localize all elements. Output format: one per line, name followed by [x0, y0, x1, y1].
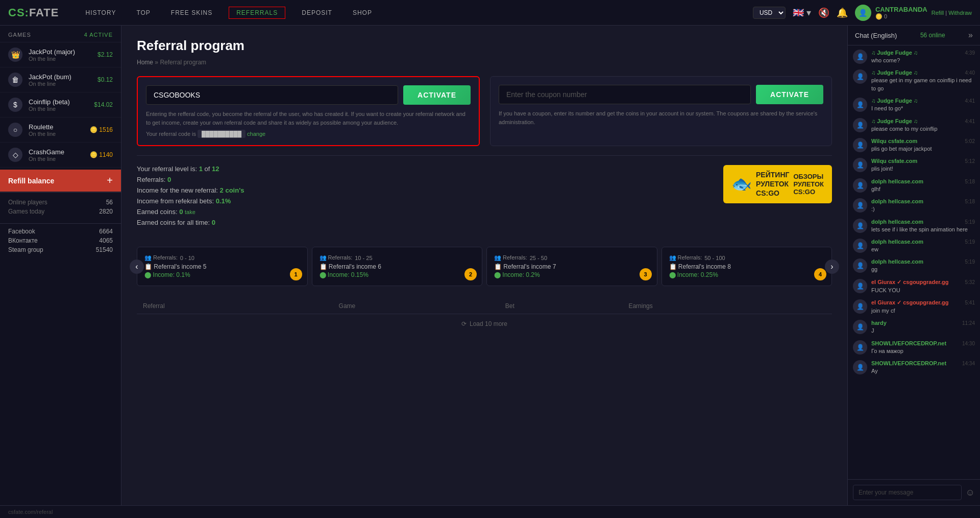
chat-username[interactable]: el Giurax ✓ csgoupgrader.gg	[871, 299, 948, 306]
chat-username[interactable]: ♫ Judge Fudge ♫	[871, 98, 918, 104]
chat-message-text: Го на мажор	[871, 347, 975, 355]
username: CANTRABANDA	[875, 6, 927, 13]
activate-coupon-button[interactable]: ACTIVATE	[756, 85, 823, 104]
sidebar-item-coinflip[interactable]: $ Coinflip (beta) On the line $14.02	[0, 92, 121, 117]
nav-history[interactable]: HISTORY	[81, 7, 120, 18]
sidebar-item-roulette[interactable]: ○ Roulette On the line 🪙 1516	[0, 117, 121, 143]
ref-earned-all-line: Earned coins for all time: 0	[137, 219, 703, 226]
chat-avatar: 👤	[853, 279, 867, 293]
section-divider	[137, 155, 832, 156]
refill-label: Refill balance	[8, 177, 101, 185]
chat-username[interactable]: dolph hellcase.com	[871, 219, 923, 225]
load-more-button[interactable]: ⟳ Load 10 more	[137, 314, 832, 334]
level-card-3: 👥 Referrals: 25 - 50 📋 Referral's income…	[486, 247, 657, 286]
referral-code-desc: Entering the refferal code, you become t…	[146, 110, 471, 127]
ref-level-max: 12	[212, 165, 219, 173]
mute-button[interactable]: 🔇	[818, 7, 829, 18]
chat-message: 👤 dolph hellcase.com 5:19 gg	[853, 258, 975, 273]
chat-header: Chat (English) 56 online »	[848, 26, 980, 45]
breadcrumb: Home » Referral program	[137, 59, 832, 66]
activate-code-button[interactable]: ACTIVATE	[403, 85, 471, 105]
level-card-3-badge: 3	[640, 268, 652, 280]
promo-image: 🐟 РЕЙТИНГРУЛЕТОКCS:GO ОБЗОРЫРУЛЕТОКCS:GO	[723, 165, 832, 203]
table-col-game: Game	[333, 298, 499, 314]
nav-deposit[interactable]: DEPOSIT	[298, 7, 336, 18]
your-referral-code-line: Your referral code is ██████████ change	[146, 131, 471, 137]
chat-message: 👤 dolph hellcase.com 5:19 ew	[853, 239, 975, 253]
coupon-input-row: ACTIVATE	[499, 85, 823, 104]
ref-income-new-value: 2 coin's	[220, 186, 244, 194]
chat-timestamp: 4:41	[965, 98, 975, 104]
user-info: 👤 CANTRABANDA 🪙 0 Refill | Withdraw	[855, 5, 972, 21]
chat-timestamp: 5:41	[965, 300, 975, 305]
chat-timestamp: 5:19	[965, 239, 975, 245]
referral-boxes: ACTIVATE Entering the refferal code, you…	[137, 76, 832, 146]
load-more-label: Load 10 more	[470, 320, 507, 327]
chat-username[interactable]: SHOWLIVEFORCEDROP.net	[871, 360, 946, 366]
chat-username[interactable]: ♫ Judge Fudge ♫	[871, 118, 918, 124]
sidebar-item-crashgame[interactable]: ◇ CrashGame On the line 🪙 1140	[0, 143, 121, 168]
chat-collapse-button[interactable]: »	[968, 31, 973, 40]
sidebar-item-refill[interactable]: Refill balance +	[0, 170, 121, 192]
chat-username[interactable]: el Giurax ✓ csgoupgrader.gg	[871, 279, 948, 286]
chat-username[interactable]: dolph hellcase.com	[871, 198, 923, 204]
referral-code-box: ACTIVATE Entering the refferal code, you…	[137, 76, 480, 146]
chat-message: 👤 el Giurax ✓ csgoupgrader.gg 5:32 FUCK …	[853, 279, 975, 294]
take-earnings-link[interactable]: take	[185, 209, 195, 215]
nav-referrals[interactable]: REFERRALS	[229, 7, 285, 19]
chat-username[interactable]: dolph hellcase.com	[871, 258, 923, 265]
change-referral-code-link[interactable]: change	[247, 131, 265, 137]
chat-message-text: J	[871, 327, 975, 335]
currency-selector[interactable]: USD	[753, 7, 786, 19]
stats-column: Your referral level is: 1 of 12 Referral…	[137, 165, 703, 237]
language-selector[interactable]: 🇬🇧 ▾	[793, 7, 811, 18]
chat-username[interactable]: dolph hellcase.com	[871, 239, 923, 245]
chat-message: 👤 ♫ Judge Fudge ♫ 4:41 please come to my…	[853, 118, 975, 133]
sidebar-item-jackpot-bum[interactable]: 🗑 JackPot (bum) On the line $0.12	[0, 67, 121, 92]
chat-message-text: please come to my coinflip	[871, 125, 975, 133]
level-cards-next[interactable]: ›	[825, 260, 839, 274]
chat-avatar: 👤	[853, 50, 867, 64]
promo-text: РЕЙТИНГРУЛЕТОКCS:GO	[756, 170, 789, 198]
chat-online-count: 56 online	[920, 32, 945, 39]
chat-username[interactable]: Wilqu csfate.com	[871, 158, 917, 164]
emoji-button[interactable]: ☺	[966, 487, 975, 498]
level-cards-prev[interactable]: ‹	[130, 260, 144, 274]
social-vk[interactable]: ВКонтакте 4065	[8, 237, 113, 244]
jackpot-bum-amount: $0.12	[97, 76, 113, 83]
chat-username[interactable]: hardy	[871, 320, 887, 326]
chat-message: 👤 dolph hellcase.com 5:18 glhf	[853, 178, 975, 193]
nav-top[interactable]: TOP	[132, 7, 154, 18]
chat-avatar: 👤	[853, 118, 867, 132]
site-logo[interactable]: CS:FATE	[8, 6, 59, 19]
social-facebook[interactable]: Facebook 6664	[8, 228, 113, 235]
refill-withdraw-links: Refill | Withdraw	[932, 10, 972, 16]
chat-username[interactable]: Wilqu csfate.com	[871, 138, 917, 144]
chat-username[interactable]: ♫ Judge Fudge ♫	[871, 50, 918, 56]
coupon-input[interactable]	[499, 85, 751, 104]
referral-code-input[interactable]	[146, 85, 398, 105]
chat-input[interactable]	[853, 485, 962, 500]
withdraw-link[interactable]: Withdraw	[948, 10, 972, 16]
chat-username[interactable]: dolph hellcase.com	[871, 178, 923, 184]
sidebar-item-jackpot-major[interactable]: 👑 JackPot (major) On the line $2.12	[0, 42, 121, 67]
chat-message-text: Ay	[871, 367, 975, 375]
notifications-button[interactable]: 🔔	[837, 7, 848, 18]
nav-shop[interactable]: SHOP	[349, 7, 376, 18]
chat-message-text: please get in my game on coinflip i need…	[871, 77, 975, 92]
chat-username[interactable]: SHOWLIVEFORCEDROP.net	[871, 340, 946, 346]
ref-referrals-line: Referrals: 0	[137, 176, 703, 183]
chat-username[interactable]: ♫ Judge Fudge ♫	[871, 69, 918, 76]
chat-avatar: 👤	[853, 360, 867, 374]
chat-timestamp: 4:41	[965, 119, 975, 124]
level-card-2-header: 👥 Referrals: 10 - 25	[320, 254, 475, 261]
refill-link[interactable]: Refill	[932, 10, 944, 16]
ref-earned-all-value: 0	[212, 219, 215, 226]
social-steam[interactable]: Steam group 51540	[8, 246, 113, 253]
breadcrumb-home[interactable]: Home	[137, 59, 153, 66]
breadcrumb-current: Referral program	[160, 59, 206, 66]
refill-plus-icon: +	[107, 175, 113, 186]
crashgame-icon: ◇	[8, 148, 22, 162]
nav-free-skins[interactable]: FREE SKINS	[167, 7, 216, 18]
chat-messages-list: 👤 ♫ Judge Fudge ♫ 4:39 who come? 👤 ♫ Jud…	[848, 45, 980, 479]
